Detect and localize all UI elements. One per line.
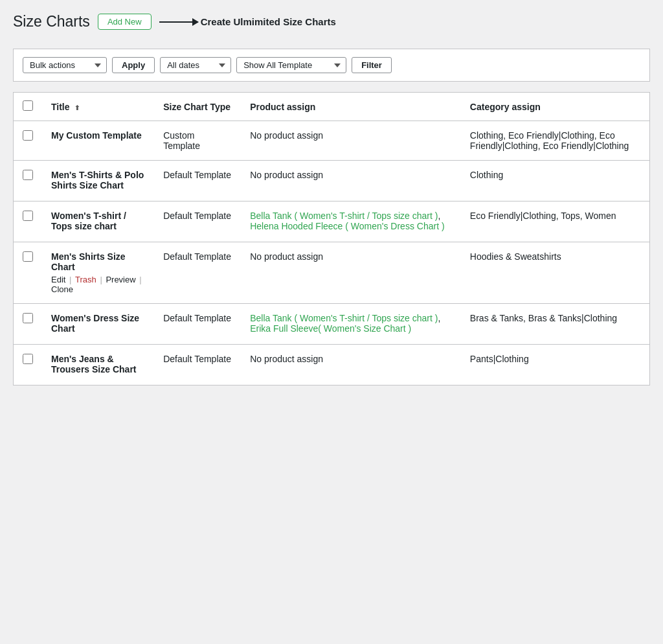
row-action-edit[interactable]: Edit [51, 275, 65, 284]
header-title: Title ⬆ [42, 93, 154, 121]
row-checkbox-cell [14, 201, 42, 242]
bulk-actions-select[interactable]: Bulk actions [23, 57, 107, 73]
size-charts-table: Title ⬆ Size Chart Type Product assign C… [13, 92, 650, 385]
row-type-cell: Default Template [154, 345, 241, 385]
table-row: My Custom TemplateCustom TemplateNo prod… [14, 121, 649, 161]
show-all-template-select[interactable]: Show All Template [236, 57, 346, 73]
row-checkbox-cell [14, 121, 42, 161]
row-product-assign-cell: No product assign [241, 161, 461, 201]
row-title: Women's Dress Size Chart [51, 313, 145, 334]
row-type-cell: Default Template [154, 161, 241, 201]
select-all-checkbox[interactable] [23, 100, 33, 111]
row-category-assign-cell: Pants|Clothing [461, 345, 649, 385]
row-title: Men's Jeans & Trousers Size Chart [51, 354, 145, 374]
page-title: Size Charts [13, 13, 90, 30]
row-product-assign-cell: Bella Tank ( Women's T-shirt / Tops size… [241, 304, 461, 345]
product-assign-link[interactable]: Erika Full Sleeve( Women's Size Chart ) [250, 323, 411, 334]
row-title-cell: My Custom Template [42, 121, 154, 161]
row-type-cell: Default Template [154, 304, 241, 345]
row-actions: Edit | Trash | Preview | Clone [51, 275, 145, 294]
row-action-clone[interactable]: Clone [51, 284, 73, 294]
row-product-assign-cell: Bella Tank ( Women's T-shirt / Tops size… [241, 201, 461, 242]
table-row: Women's Dress Size ChartDefault Template… [14, 304, 649, 345]
table-header-row: Title ⬆ Size Chart Type Product assign C… [14, 93, 649, 121]
table-row: Men's Shirts Size ChartEdit | Trash | Pr… [14, 242, 649, 304]
product-assign-link[interactable]: Bella Tank ( Women's T-shirt / Tops size… [250, 313, 438, 323]
toolbar: Bulk actions Apply All dates Show All Te… [13, 49, 650, 82]
row-checkbox-cell [14, 304, 42, 345]
apply-button[interactable]: Apply [112, 57, 155, 73]
row-product-assign-cell: No product assign [241, 121, 461, 161]
row-product-assign-cell: No product assign [241, 345, 461, 385]
row-type-cell: Default Template [154, 201, 241, 242]
row-title-cell: Women's T-shirt / Tops size chart [42, 201, 154, 242]
row-checkbox[interactable] [23, 251, 33, 262]
row-checkbox[interactable] [23, 354, 33, 364]
row-checkbox[interactable] [23, 130, 33, 141]
row-checkbox-cell [14, 242, 42, 304]
row-category-assign-cell: Bras & Tanks, Bras & Tanks|Clothing [461, 304, 649, 345]
filter-button[interactable]: Filter [352, 57, 392, 73]
action-separator: | [137, 275, 142, 284]
row-category-assign-cell: Clothing [461, 161, 649, 201]
arrow-promo: Create Ulmimited Size Charts [159, 16, 650, 27]
header-checkbox-cell [14, 93, 42, 121]
action-separator: | [98, 275, 105, 284]
header-category-assign: Category assign [461, 93, 649, 121]
header-type: Size Chart Type [154, 93, 241, 121]
product-assign-link[interactable]: Helena Hooded Fleece ( Women's Dress Cha… [250, 221, 444, 231]
row-category-assign-cell: Eco Friendly|Clothing, Tops, Women [461, 201, 649, 242]
table-row: Men's T-Shirts & Polo Shirts Size ChartD… [14, 161, 649, 201]
row-checkbox[interactable] [23, 313, 33, 323]
row-type-cell: Custom Template [154, 121, 241, 161]
row-checkbox-cell [14, 161, 42, 201]
table-row: Men's Jeans & Trousers Size ChartDefault… [14, 345, 649, 385]
row-action-trash[interactable]: Trash [75, 275, 96, 284]
product-assign-link[interactable]: Bella Tank ( Women's T-shirt / Tops size… [250, 211, 438, 221]
promo-label: Create Ulmimited Size Charts [201, 16, 336, 27]
row-category-assign-cell: Clothing, Eco Friendly|Clothing, Eco Fri… [461, 121, 649, 161]
table-row: Women's T-shirt / Tops size chartDefault… [14, 201, 649, 242]
all-dates-select[interactable]: All dates [160, 57, 231, 73]
row-title: Men's Shirts Size Chart [51, 251, 145, 272]
row-title: Men's T-Shirts & Polo Shirts Size Chart [51, 170, 145, 190]
row-checkbox[interactable] [23, 170, 33, 180]
header-product-assign: Product assign [241, 93, 461, 121]
row-checkbox-cell [14, 345, 42, 385]
row-action-preview[interactable]: Preview [106, 275, 135, 284]
row-title: My Custom Template [51, 130, 145, 141]
row-title: Women's T-shirt / Tops size chart [51, 211, 145, 231]
row-title-cell: Men's Jeans & Trousers Size Chart [42, 345, 154, 385]
row-checkbox[interactable] [23, 211, 33, 221]
row-title-cell: Women's Dress Size Chart [42, 304, 154, 345]
row-category-assign-cell: Hoodies & Sweatshirts [461, 242, 649, 304]
sort-icon: ⬆ [74, 104, 80, 111]
action-separator: | [67, 275, 74, 284]
add-new-button[interactable]: Add New [98, 14, 152, 30]
row-title-cell: Men's Shirts Size ChartEdit | Trash | Pr… [42, 242, 154, 304]
row-type-cell: Default Template [154, 242, 241, 304]
row-title-cell: Men's T-Shirts & Polo Shirts Size Chart [42, 161, 154, 201]
row-product-assign-cell: No product assign [241, 242, 461, 304]
